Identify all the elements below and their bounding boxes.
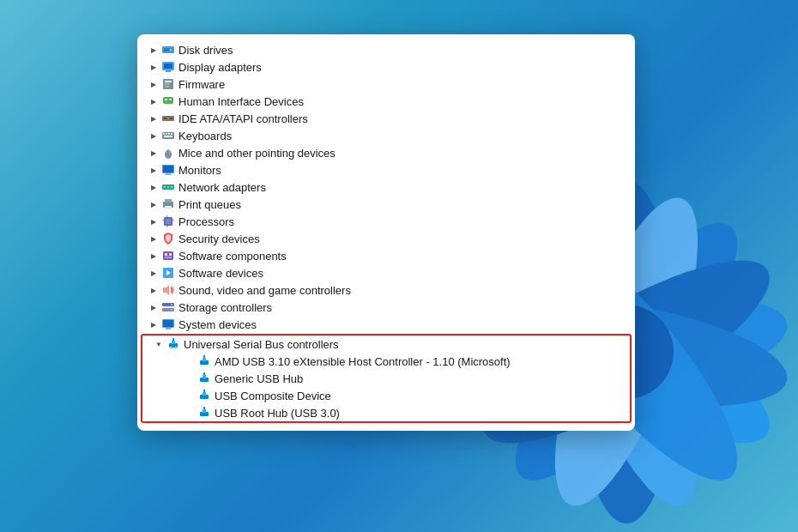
tree-item-mice[interactable]: ▶ Mice and other pointing devices <box>137 144 635 161</box>
software-devices-label: Software devices <box>178 267 263 280</box>
tree-item-processors[interactable]: ▶ Processors <box>137 213 635 230</box>
chevron-mice: ▶ <box>148 147 160 159</box>
print-queues-label: Print queues <box>178 198 241 211</box>
tree-item-software-components[interactable]: ▶ Software components <box>137 247 635 264</box>
tree-item-human-interface[interactable]: ▶ Human Interface Devices <box>137 93 635 110</box>
svg-rect-15 <box>166 70 171 72</box>
tree-view: ▶ Disk drives ▶ Display adapters ▶ Firmw… <box>137 34 635 431</box>
chevron-sound-video: ▶ <box>148 284 160 296</box>
chevron-firmware: ▶ <box>148 78 160 90</box>
display-adapters-icon <box>161 60 175 74</box>
svg-rect-41 <box>164 186 166 188</box>
chevron-ide-controllers: ▶ <box>148 112 160 124</box>
usb-section-highlight: ▼ Universal Serial Bus controllers ▶ AMD… <box>141 334 632 423</box>
firmware-label: Firmware <box>178 78 225 91</box>
network-adapters-label: Network adapters <box>178 181 266 194</box>
svg-point-69 <box>170 347 172 349</box>
chevron-disk-drives: ▶ <box>148 44 160 56</box>
chevron-storage-controllers: ▶ <box>148 301 160 313</box>
svg-rect-54 <box>165 253 167 256</box>
ide-controllers-label: IDE ATA/ATAPI controllers <box>178 112 308 125</box>
svg-rect-73 <box>203 358 206 361</box>
monitors-icon <box>161 163 175 177</box>
tree-item-usb-root-hub[interactable]: ▶ USB Root Hub (USB 3.0) <box>142 404 630 421</box>
svg-rect-52 <box>166 226 168 227</box>
system-devices-icon <box>161 317 175 331</box>
svg-rect-31 <box>171 133 172 135</box>
tree-item-amd-usb[interactable]: ▶ AMD USB 3.10 eXtensible Host Controlle… <box>142 353 630 370</box>
storage-controllers-icon <box>161 300 175 314</box>
svg-rect-76 <box>203 375 206 378</box>
tree-item-disk-drives[interactable]: ▶ Disk drives <box>137 41 635 58</box>
svg-rect-65 <box>163 320 173 327</box>
chevron-software-devices: ▶ <box>148 267 160 279</box>
svg-rect-45 <box>165 199 172 203</box>
amd-usb-icon <box>197 354 211 368</box>
svg-point-26 <box>167 118 169 119</box>
svg-rect-82 <box>203 409 206 413</box>
security-devices-icon <box>161 232 175 245</box>
tree-item-keyboards[interactable]: ▶ Keyboards <box>137 127 635 144</box>
svg-rect-32 <box>164 136 172 137</box>
svg-rect-56 <box>165 257 172 258</box>
sound-video-label: Sound, video and game controllers <box>178 284 351 297</box>
svg-rect-19 <box>165 86 169 88</box>
svg-point-70 <box>175 347 178 349</box>
amd-usb-label: AMD USB 3.10 eXtensible Host Controller … <box>215 355 511 368</box>
tree-item-software-devices[interactable]: ▶ Software devices <box>137 264 635 281</box>
processors-label: Processors <box>178 215 234 228</box>
tree-item-monitors[interactable]: ▶ Monitors <box>137 161 635 178</box>
tree-item-security-devices[interactable]: ▶ Security devices <box>137 230 635 247</box>
svg-rect-21 <box>165 99 167 100</box>
svg-rect-77 <box>203 372 205 375</box>
svg-rect-66 <box>166 328 171 329</box>
tree-item-display-adapters[interactable]: ▶ Display adapters <box>137 58 635 76</box>
firmware-icon <box>161 77 175 91</box>
software-components-icon <box>161 249 175 263</box>
tree-item-network-adapters[interactable]: ▶ Network adapters <box>137 178 635 196</box>
chevron-processors: ▶ <box>148 215 160 227</box>
network-adapters-icon <box>161 180 175 194</box>
chevron-software-components: ▶ <box>148 250 160 262</box>
tree-item-storage-controllers[interactable]: ▶ Storage controllers <box>137 299 635 316</box>
tree-item-ide-controllers[interactable]: ▶ IDE ATA/ATAPI controllers <box>137 110 635 127</box>
svg-rect-79 <box>203 392 206 396</box>
svg-point-63 <box>171 309 172 311</box>
chevron-usb-controllers: ▼ <box>153 338 165 350</box>
usb-controllers-icon <box>166 337 180 351</box>
svg-rect-51 <box>166 215 168 217</box>
software-components-label: Software components <box>178 250 287 263</box>
svg-rect-18 <box>165 83 170 85</box>
tree-item-system-devices[interactable]: ▶ System devices <box>137 316 635 333</box>
svg-rect-74 <box>203 355 205 358</box>
svg-rect-28 <box>163 133 165 135</box>
usb-root-hub-icon <box>197 406 211 420</box>
tree-item-sound-video[interactable]: ▶ Sound, video and game controllers <box>137 281 635 299</box>
usb-composite-label: USB Composite Device <box>215 390 331 402</box>
system-devices-label: System devices <box>178 318 257 331</box>
svg-rect-49 <box>162 220 164 221</box>
tree-item-generic-usb-hub[interactable]: ▶ Generic USB Hub <box>142 370 630 387</box>
generic-usb-hub-icon <box>197 372 211 385</box>
tree-item-usb-composite[interactable]: ▶ USB Composite Device <box>142 387 630 404</box>
chevron-monitors: ▶ <box>148 164 160 176</box>
chevron-network-adapters: ▶ <box>148 181 160 193</box>
keyboards-label: Keyboards <box>178 130 232 142</box>
svg-rect-50 <box>172 220 174 221</box>
svg-rect-43 <box>171 186 172 188</box>
usb-controllers-label: Universal Serial Bus controllers <box>184 338 339 351</box>
sound-video-icon <box>161 283 175 297</box>
svg-rect-48 <box>166 219 171 224</box>
svg-rect-53 <box>163 251 173 260</box>
tree-item-print-queues[interactable]: ▶ Print queues <box>137 196 635 213</box>
usb-composite-icon <box>197 389 211 402</box>
tree-item-usb-controllers[interactable]: ▼ Universal Serial Bus controllers <box>142 336 630 353</box>
software-devices-icon <box>161 266 175 280</box>
svg-rect-42 <box>167 186 169 188</box>
tree-item-firmware[interactable]: ▶ Firmware <box>137 76 635 93</box>
svg-rect-80 <box>203 390 205 392</box>
svg-rect-71 <box>172 338 174 341</box>
keyboards-icon <box>161 129 175 142</box>
generic-usb-hub-label: Generic USB Hub <box>215 372 303 385</box>
svg-marker-59 <box>163 285 169 295</box>
